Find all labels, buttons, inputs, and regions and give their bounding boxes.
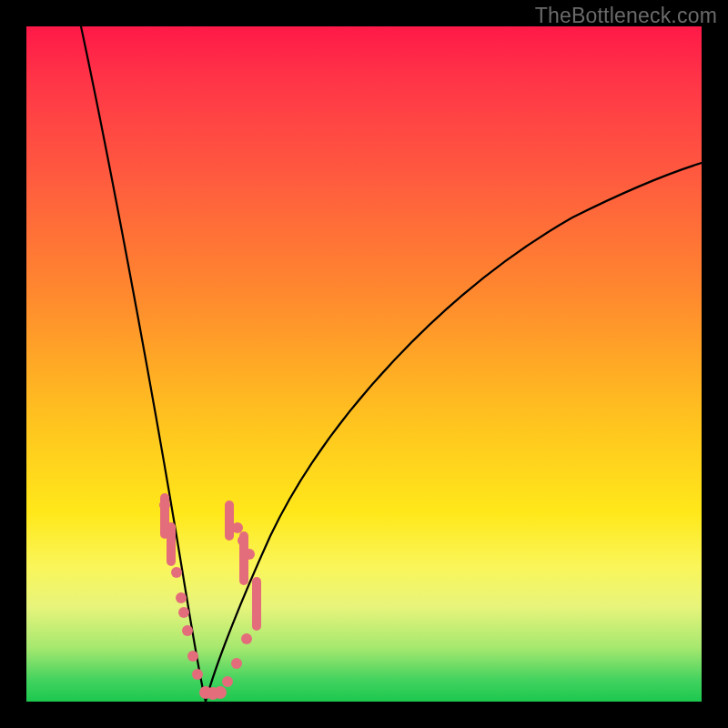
marker-dot (231, 658, 242, 669)
marker-dot (192, 669, 203, 680)
marker-bar (225, 500, 234, 541)
watermark-text: TheBottleneck.com (535, 4, 717, 28)
marker-dot (238, 535, 248, 546)
marker-dot (176, 592, 187, 603)
marker-dot (182, 625, 193, 636)
chart-frame: TheBottleneck.com (0, 0, 728, 728)
marker-dot (187, 651, 198, 662)
marker-dot (244, 549, 255, 560)
marker-dot (214, 686, 227, 699)
marker-dot (241, 633, 252, 644)
markers-layer (26, 26, 702, 702)
marker-dot (232, 522, 243, 533)
marker-dot (159, 500, 170, 511)
marker-dot (222, 676, 233, 687)
marker-dot (178, 607, 189, 618)
marker-bar (252, 577, 261, 631)
marker-dot (165, 527, 176, 538)
marker-dot (171, 567, 182, 578)
